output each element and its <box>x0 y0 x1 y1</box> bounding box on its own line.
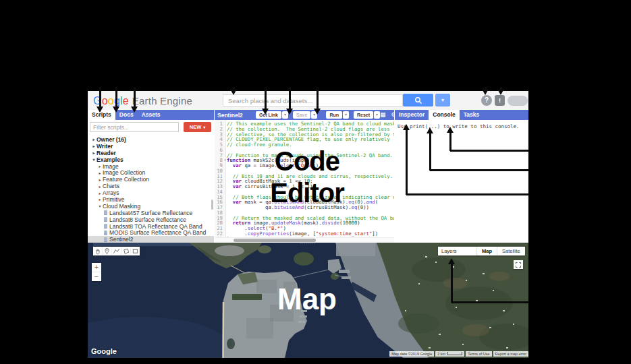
right-panel-tab-bar: Inspector Console Tasks <box>395 110 528 120</box>
code-line-text: // CLOUDY_PIXEL_PERCENTAGE flag, to use … <box>227 137 394 142</box>
tree-item-label: Writer <box>97 143 113 150</box>
pan-hand-tool[interactable] <box>93 247 103 255</box>
hand-icon <box>94 247 101 255</box>
annotation-line-inspector <box>406 193 528 195</box>
script-tree-item[interactable]: Landsat8 TOA Reflectance QA Band <box>88 223 214 230</box>
profile-pill[interactable] <box>507 96 528 106</box>
get-link-button[interactable]: Get Link <box>256 111 281 119</box>
code-line-text: .select("B.*") <box>227 226 394 231</box>
polygon-icon <box>122 247 130 255</box>
earth-engine-window: GoogleEarth Engine ▾ ? ! Scripts Docs As… <box>88 91 528 358</box>
tree-item-label: Owner (16) <box>97 136 126 143</box>
run-button[interactable]: Run <box>326 111 342 119</box>
tree-group-item[interactable]: ▸Feature Collection <box>88 176 214 183</box>
tree-group-item[interactable]: ▸Owner (16) <box>88 136 214 143</box>
script-tree-item[interactable]: Sentinel2 <box>88 236 214 243</box>
placemark-tool[interactable] <box>103 247 112 255</box>
tab-console[interactable]: Console <box>429 110 460 120</box>
code-line[interactable]: 21 .select("B.*") <box>215 226 394 231</box>
draw-rectangle-tool[interactable] <box>131 247 140 255</box>
code-line[interactable]: 1// This example uses the Sentinel-2 QA … <box>215 121 394 127</box>
annotation-arrow-console <box>429 133 431 171</box>
apps-grid-icon[interactable]: ▦ <box>380 110 386 120</box>
code-line-text: // Return the masked and scaled data, wi… <box>227 216 394 221</box>
new-script-button[interactable]: NEW ▾ <box>184 122 211 132</box>
fullscreen-button[interactable] <box>514 260 523 269</box>
script-tree-item[interactable]: MODIS Surface Reflectance QA Band <box>88 229 214 236</box>
tree-group-item[interactable]: ▸Charts <box>88 183 214 189</box>
annotation-arrow-assets <box>134 87 136 107</box>
polyline-icon <box>113 247 120 255</box>
map-type-map-button[interactable]: Map <box>477 247 497 255</box>
code-line[interactable]: 19 // Return the masked and scaled data,… <box>215 216 394 221</box>
search-input[interactable] <box>223 94 403 107</box>
scripts-scrollbar[interactable] <box>211 200 213 210</box>
tree-group-item[interactable]: ▸Writer <box>88 143 214 150</box>
tab-assets[interactable]: Assets <box>138 110 165 120</box>
annotation-arrowhead <box>262 109 269 115</box>
scripts-panel: NEW ▾ ▸Owner (16)▸Writer▸Reader▾Examples… <box>88 120 214 243</box>
map-type-satellite-button[interactable]: Satellite <box>497 247 525 255</box>
scale-bar <box>447 352 462 355</box>
save-button[interactable]: Save <box>293 111 310 119</box>
report-map-error-link[interactable]: Report a map error <box>493 351 528 357</box>
search-button[interactable] <box>403 94 433 107</box>
tree-group-item[interactable]: ▸Primitive <box>88 196 214 203</box>
tree-group-item[interactable]: ▸Reader <box>88 150 214 156</box>
tree-group-item[interactable]: ▸Image <box>88 163 214 170</box>
chevron-expanded-icon: ▾ <box>97 204 103 208</box>
script-tree-item[interactable]: Landsat8 Surface Reflectance <box>88 216 214 223</box>
search-dropdown-button[interactable]: ▾ <box>435 94 450 107</box>
code-line[interactable]: 20 return image.updateMask(mask).divide(… <box>215 220 394 226</box>
tree-group-item[interactable]: ▸Image Collection <box>88 169 214 176</box>
zoom-out-button[interactable]: − <box>92 272 101 281</box>
feedback-button[interactable]: ! <box>495 95 505 106</box>
code-line[interactable]: 4// CLOUDY_PIXEL_PERCENTAGE flag, to use… <box>215 137 394 142</box>
annotation-line-console <box>430 169 528 171</box>
reset-dropdown[interactable]: ▾ <box>374 111 380 119</box>
google-earth-engine-logo: GoogleEarth Engine <box>93 95 192 107</box>
tab-tasks[interactable]: Tasks <box>460 110 483 120</box>
zoom-in-button[interactable]: + <box>92 263 101 272</box>
code-line[interactable]: 3// selective, so the collection is also… <box>215 132 394 138</box>
draw-line-tool[interactable] <box>112 247 121 255</box>
code-line[interactable]: 18 <box>215 210 394 216</box>
script-tree-item[interactable]: Landsat457 Surface Reflectance <box>88 210 214 216</box>
chevron-collapsed-icon: ▸ <box>97 177 103 182</box>
editor-hscrollbar-thumb[interactable] <box>234 239 316 242</box>
tree-group-item[interactable]: ▾Examples <box>88 156 214 163</box>
left-panel-tab-bar: Scripts Docs Assets <box>88 110 214 120</box>
annotation-arrow-save <box>289 87 291 109</box>
console-panel: Use print(...) to write to this console. <box>395 120 528 243</box>
tree-item-label: Cloud Masking <box>103 203 140 210</box>
code-line[interactable]: 22 .copyProperties(image, ["system:time_… <box>215 231 394 237</box>
map-annotation-label: Map <box>240 282 375 316</box>
chevron-collapsed-icon: ▸ <box>97 184 103 189</box>
annotation-line-tasks <box>450 150 528 152</box>
scale-label: 2 km <box>437 352 445 356</box>
draw-polygon-tool[interactable] <box>121 247 131 255</box>
chevron-collapsed-icon: ▸ <box>97 164 103 169</box>
chevron-collapsed-icon: ▸ <box>91 144 97 148</box>
annotation-arrow-tasks <box>449 133 451 151</box>
tree-item-label: Reader <box>97 150 116 156</box>
code-line[interactable]: 2// the collection. The Sentinel-2 cloud… <box>215 127 394 132</box>
tab-inspector[interactable]: Inspector <box>395 110 429 120</box>
help-button[interactable]: ? <box>481 95 492 106</box>
tree-item-label: Feature Collection <box>103 176 149 183</box>
layers-button[interactable]: Layers <box>438 247 478 255</box>
run-dropdown[interactable]: ▾ <box>343 111 349 119</box>
panel-splitter-handle[interactable]: ········ <box>290 243 325 245</box>
tree-group-item[interactable]: ▾Cloud Masking <box>88 203 214 210</box>
filter-scripts-input[interactable] <box>90 122 179 132</box>
tree-group-item[interactable]: ▸Arrays <box>88 189 214 196</box>
annotation-arrow-layers <box>451 264 453 303</box>
code-line-text: // This example uses the Sentinel-2 QA b… <box>227 121 394 127</box>
chevron-expanded-icon: ▾ <box>91 157 97 162</box>
code-editor-annotation-label: Code Editor <box>246 146 368 209</box>
reset-button[interactable]: Reset <box>354 111 373 119</box>
editor-hscrollbar-track[interactable] <box>215 237 394 243</box>
terms-of-use-link[interactable]: Terms of Use <box>466 351 491 357</box>
feedback-icon: ! <box>499 97 501 104</box>
tree-item-label: Landsat8 TOA Reflectance QA Band <box>109 223 202 230</box>
